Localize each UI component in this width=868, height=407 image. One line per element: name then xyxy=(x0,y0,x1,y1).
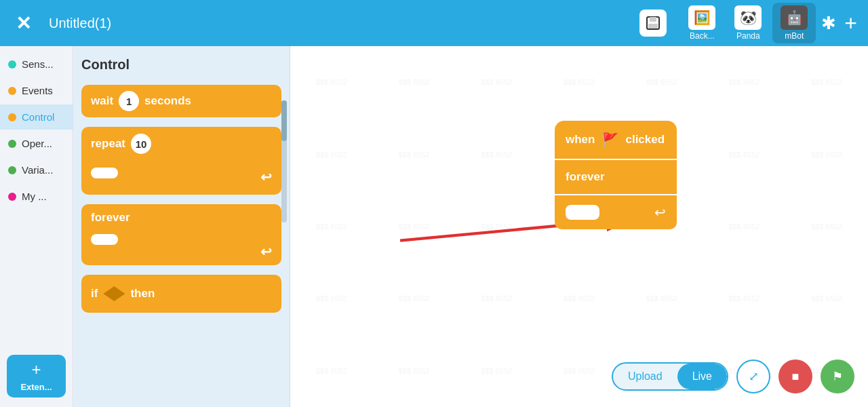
if-label-after: then xyxy=(130,287,155,301)
nav-panda-label: Panda xyxy=(736,31,760,41)
run-icon: ⚑ xyxy=(832,369,843,384)
extend-plus-icon: + xyxy=(31,360,41,379)
operators-label: Oper... xyxy=(22,138,52,149)
nav-back-label: Back... xyxy=(690,31,715,41)
add-button[interactable]: + xyxy=(844,11,857,36)
expand-button[interactable]: ⤢ xyxy=(736,360,770,393)
nav-bar: 🖼️ Back... 🐼 Panda 🤖 mBot ✱ xyxy=(680,3,836,43)
canvas: $$$ 6552 $$$ 6552 $$$ 6552 $$$ 6552 $$$ … xyxy=(290,46,868,407)
sensors-dot xyxy=(8,60,16,69)
forever-arrow-icon: ↩ xyxy=(260,244,272,259)
bottom-bar: Upload Live ⤢ ■ ⚑ xyxy=(612,360,854,393)
repeat-value-badge[interactable]: 10 xyxy=(131,134,151,154)
save-icon xyxy=(645,15,661,31)
block-forever[interactable]: forever ↩ xyxy=(81,204,281,265)
sensors-label: Sens... xyxy=(22,58,54,70)
wait-value-badge[interactable]: 1 xyxy=(119,91,139,111)
my-label: My ... xyxy=(22,191,47,202)
sidebar-item-control[interactable]: Control xyxy=(0,104,73,130)
my-dot xyxy=(8,193,16,201)
back-icon: 🖼️ xyxy=(688,5,715,30)
forever-label: forever xyxy=(91,211,130,225)
control-label: Control xyxy=(22,111,54,123)
main-layout: Sens... Events Control Oper... Varia... … xyxy=(0,46,868,407)
variables-dot xyxy=(8,166,16,174)
svg-rect-1 xyxy=(650,17,656,22)
upload-button[interactable]: Upload xyxy=(613,364,677,389)
expand-icon: ⤢ xyxy=(749,369,759,384)
sidebar-item-events[interactable]: Events xyxy=(0,78,73,103)
blocks-panel: Control wait 1 seconds repeat 10 ↩ forev… xyxy=(73,46,290,407)
panel-title: Control xyxy=(81,57,281,73)
when-label: when xyxy=(566,133,595,147)
repeat-slot xyxy=(91,168,118,178)
scroll-thumb xyxy=(281,100,287,141)
if-condition-diamond xyxy=(103,286,125,301)
mbot-icon: 🤖 xyxy=(781,5,808,30)
sidebar-item-variables[interactable]: Varia... xyxy=(0,157,73,182)
nav-panda[interactable]: 🐼 Panda xyxy=(726,3,770,43)
canvas-forever-block[interactable]: forever xyxy=(555,160,677,194)
canvas-bottom-slot: ↩ xyxy=(555,195,677,229)
header: ✕ Untitled(1) 🖼️ Back... 🐼 Panda 🤖 mBot … xyxy=(0,0,868,46)
sidebar: Sens... Events Control Oper... Varia... … xyxy=(0,46,73,407)
block-repeat[interactable]: repeat 10 ↩ xyxy=(81,127,281,195)
svg-rect-2 xyxy=(648,24,658,28)
stop-button[interactable]: ■ xyxy=(778,360,812,393)
clicked-label: clicked xyxy=(625,133,665,147)
nav-mbot-label: mBot xyxy=(785,31,804,41)
wait-label-before: wait xyxy=(91,94,113,108)
canvas-when-clicked-block[interactable]: when 🚩 clicked xyxy=(555,121,677,159)
extend-button[interactable]: + Exten... xyxy=(7,355,66,398)
sidebar-item-sensors[interactable]: Sens... xyxy=(0,52,73,77)
sidebar-item-operators[interactable]: Oper... xyxy=(0,131,73,156)
variables-label: Varia... xyxy=(22,164,53,176)
flag-icon: 🚩 xyxy=(601,132,618,148)
live-button[interactable]: Live xyxy=(677,364,727,389)
events-dot xyxy=(8,87,16,95)
repeat-header: repeat 10 xyxy=(91,134,272,154)
extend-label: Exten... xyxy=(20,382,52,392)
bluetooth-icon[interactable]: ✱ xyxy=(821,13,836,34)
block-wait[interactable]: wait 1 seconds xyxy=(81,85,281,117)
canvas-inner-slot xyxy=(566,205,599,220)
repeat-label: repeat xyxy=(91,137,125,151)
wait-label-after: seconds xyxy=(144,94,191,108)
sidebar-item-my[interactable]: My ... xyxy=(0,184,73,209)
canvas-forever-label: forever xyxy=(566,170,605,184)
page-title: Untitled(1) xyxy=(49,16,631,31)
nav-back[interactable]: 🖼️ Back... xyxy=(680,3,724,43)
operators-dot xyxy=(8,140,16,148)
canvas-block-group: when 🚩 clicked forever ↩ xyxy=(555,121,677,229)
events-label: Events xyxy=(22,85,53,96)
block-if[interactable]: if then xyxy=(81,275,281,313)
nav-mbot[interactable]: 🤖 mBot xyxy=(772,3,816,43)
forever-slot xyxy=(91,234,118,245)
upload-live-toggle: Upload Live xyxy=(612,362,728,391)
close-button[interactable]: ✕ xyxy=(11,12,35,35)
scroll-bar[interactable] xyxy=(281,100,287,222)
if-label-before: if xyxy=(91,287,98,301)
stop-icon: ■ xyxy=(792,370,800,384)
save-button[interactable] xyxy=(639,9,667,37)
canvas-bottom-arrow-icon: ↩ xyxy=(654,204,666,220)
run-button[interactable]: ⚑ xyxy=(821,360,854,393)
panda-icon: 🐼 xyxy=(734,5,762,30)
control-dot xyxy=(8,113,16,121)
repeat-arrow-icon: ↩ xyxy=(260,169,272,185)
